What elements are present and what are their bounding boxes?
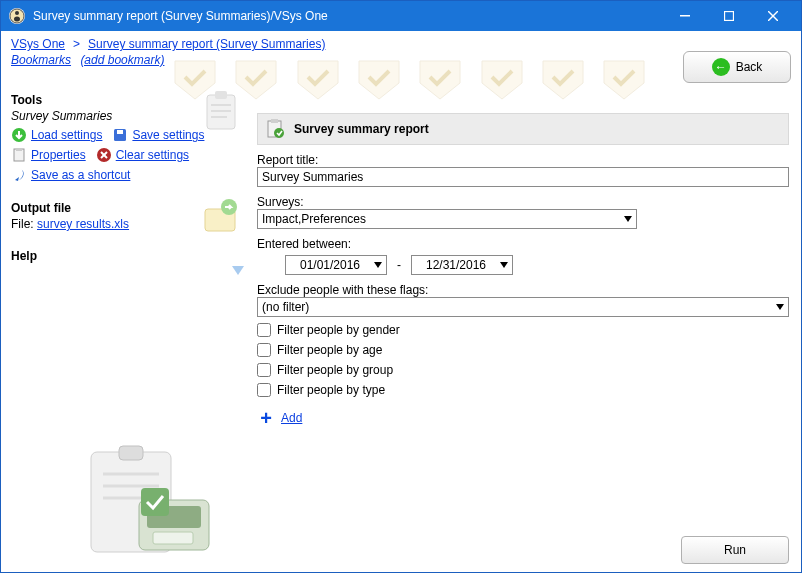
panel-header: Survey summary report xyxy=(257,113,789,145)
breadcrumb: VSys One > Survey summary report (Survey… xyxy=(1,31,801,53)
date-dash: - xyxy=(395,258,403,272)
breadcrumb-root[interactable]: VSys One xyxy=(11,37,65,51)
tools-heading: Tools xyxy=(11,93,251,107)
filter-age-label: Filter people by age xyxy=(277,343,382,357)
breadcrumb-current[interactable]: Survey summary report (Survey Summaries) xyxy=(88,37,325,51)
svg-point-2 xyxy=(14,17,20,22)
output-file-link[interactable]: survey results.xls xyxy=(37,217,129,231)
filter-gender-row[interactable]: Filter people by gender xyxy=(257,323,789,337)
bookmarks-link[interactable]: Bookmarks xyxy=(11,53,71,67)
breadcrumb-separator: > xyxy=(69,37,84,51)
save-settings-link[interactable]: Save settings xyxy=(132,128,204,142)
filter-age-row[interactable]: Filter people by age xyxy=(257,343,789,357)
svg-rect-3 xyxy=(680,15,690,17)
filter-type-checkbox[interactable] xyxy=(257,383,271,397)
filter-gender-label: Filter people by gender xyxy=(277,323,400,337)
minimize-button[interactable] xyxy=(663,1,707,31)
titlebar: Survey summary report (Survey Summaries)… xyxy=(1,1,801,31)
svg-rect-24 xyxy=(271,119,278,123)
tools-subtitle: Survey Summaries xyxy=(11,109,251,123)
svg-point-25 xyxy=(274,128,284,138)
output-heading: Output file xyxy=(11,201,251,215)
filter-group-row[interactable]: Filter people by group xyxy=(257,363,789,377)
filter-type-row[interactable]: Filter people by type xyxy=(257,383,789,397)
filter-group-checkbox[interactable] xyxy=(257,363,271,377)
date-to-picker[interactable]: 12/31/2016 xyxy=(411,255,513,275)
report-title-label: Report title: xyxy=(257,153,789,167)
svg-rect-17 xyxy=(117,130,123,134)
filter-age-checkbox[interactable] xyxy=(257,343,271,357)
properties-link[interactable]: Properties xyxy=(31,148,86,162)
clear-settings-link[interactable]: Clear settings xyxy=(116,148,189,162)
app-icon xyxy=(9,8,25,24)
svg-rect-19 xyxy=(16,148,22,151)
shortcut-icon xyxy=(11,167,27,183)
help-heading: Help xyxy=(11,249,251,263)
filter-type-label: Filter people by type xyxy=(277,383,385,397)
svg-rect-34 xyxy=(141,488,169,516)
panel-title: Survey summary report xyxy=(294,122,429,136)
window-title: Survey summary report (Survey Summaries)… xyxy=(33,9,663,23)
report-title-input[interactable] xyxy=(257,167,789,187)
back-arrow-icon: ← xyxy=(712,58,730,76)
entered-between-label: Entered between: xyxy=(257,237,789,251)
filter-gender-checkbox[interactable] xyxy=(257,323,271,337)
load-settings-icon xyxy=(11,127,27,143)
report-icon xyxy=(264,118,286,140)
add-filter-icon[interactable]: + xyxy=(257,409,275,427)
maximize-button[interactable] xyxy=(707,1,751,31)
file-prefix: File: xyxy=(11,217,37,231)
date-from-picker[interactable]: 01/01/2016 xyxy=(285,255,387,275)
load-settings-link[interactable]: Load settings xyxy=(31,128,102,142)
save-settings-icon xyxy=(112,127,128,143)
save-shortcut-link[interactable]: Save as a shortcut xyxy=(31,168,130,182)
main-panel: Survey summary report Report title: Surv… xyxy=(251,83,801,528)
surveys-select[interactable]: Impact,Preferences xyxy=(257,209,637,229)
properties-icon xyxy=(11,147,27,163)
svg-rect-33 xyxy=(153,532,193,544)
svg-point-1 xyxy=(15,11,19,15)
filter-group-label: Filter people by group xyxy=(277,363,393,377)
back-button[interactable]: ← Back xyxy=(683,51,791,83)
run-button[interactable]: Run xyxy=(681,536,789,564)
add-bookmark-link[interactable]: (add bookmark) xyxy=(80,53,164,67)
svg-rect-27 xyxy=(119,446,143,460)
exclude-flags-select[interactable]: (no filter) xyxy=(257,297,789,317)
exclude-flags-label: Exclude people with these flags: xyxy=(257,283,789,297)
surveys-label: Surveys: xyxy=(257,195,789,209)
close-button[interactable] xyxy=(751,1,795,31)
clipboard-printer-icon xyxy=(81,444,221,564)
clear-settings-icon xyxy=(96,147,112,163)
add-filter-link[interactable]: Add xyxy=(281,411,302,425)
back-label: Back xyxy=(736,60,763,74)
svg-rect-4 xyxy=(725,12,734,21)
